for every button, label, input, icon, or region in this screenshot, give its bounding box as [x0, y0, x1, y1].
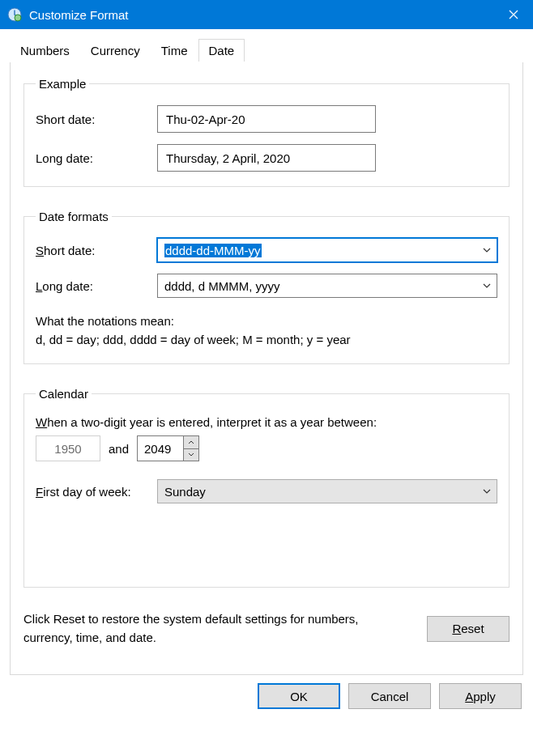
tab-date[interactable]: Date	[198, 39, 245, 62]
label-and: and	[109, 442, 129, 456]
group-example-legend: Example	[36, 77, 89, 91]
group-example: Example Short date: Thu-02-Apr-20 Long d…	[23, 77, 510, 187]
reset-button[interactable]: Reset	[427, 616, 510, 642]
label-example-short: Short date:	[36, 113, 157, 126]
combo-first-day-of-week[interactable]: Sunday	[157, 479, 497, 503]
tab-numbers[interactable]: Numbers	[10, 39, 80, 62]
reset-description: Click Reset to restore the system defaul…	[23, 610, 411, 647]
chevron-down-icon[interactable]	[478, 480, 496, 503]
tab-strip: Numbers Currency Time Date	[10, 39, 523, 62]
chevron-down-icon	[188, 452, 194, 457]
tab-panel-date: Example Short date: Thu-02-Apr-20 Long d…	[10, 62, 523, 675]
label-long-date-format: Long date:	[36, 279, 157, 293]
combo-short-date-format[interactable]: dddd-dd-MMM-yy	[157, 238, 497, 262]
group-calendar: Calendar When a two-digit year is entere…	[23, 387, 510, 588]
group-date-formats-legend: Date formats	[36, 210, 112, 223]
label-short-date-format: Short date:	[36, 244, 157, 257]
spinner-up-button[interactable]	[184, 436, 198, 448]
tab-time[interactable]: Time	[151, 39, 198, 62]
chevron-down-icon[interactable]	[478, 239, 496, 261]
cancel-button[interactable]: Cancel	[348, 683, 431, 709]
combo-long-date-format[interactable]: dddd, d MMMM, yyyy	[157, 274, 497, 298]
chevron-down-icon[interactable]	[478, 274, 496, 297]
combo-first-day-value: Sunday	[164, 485, 206, 499]
notation-heading: What the notations mean:	[36, 312, 497, 331]
spinner-down-button[interactable]	[184, 448, 198, 461]
close-icon	[509, 10, 518, 19]
notation-body: d, dd = day; ddd, dddd = day of week; M …	[36, 331, 497, 350]
title-bar: Customize Format	[0, 0, 533, 29]
chevron-up-icon	[188, 440, 194, 444]
label-example-long: Long date:	[36, 151, 157, 165]
two-digit-year-sentence: When a two-digit year is entered, interp…	[36, 415, 497, 429]
close-button[interactable]	[494, 0, 533, 29]
notation-help: What the notations mean: d, dd = day; dd…	[36, 312, 497, 349]
app-icon	[6, 6, 23, 23]
apply-button[interactable]: Apply	[439, 683, 522, 709]
reset-area: Click Reset to restore the system defaul…	[23, 610, 510, 647]
year-to-input[interactable]	[138, 436, 183, 461]
label-first-day-of-week: First day of week:	[36, 485, 157, 499]
dialog-action-bar: OK Cancel Apply	[0, 675, 533, 720]
group-date-formats: Date formats Short date: dddd-dd-MMM-yy …	[23, 210, 510, 364]
svg-point-1	[15, 15, 21, 21]
combo-short-date-value: dddd-dd-MMM-yy	[164, 244, 262, 257]
window-title: Customize Format	[29, 8, 494, 22]
value-example-short: Thu-02-Apr-20	[157, 105, 376, 133]
value-example-long: Thursday, 2 April, 2020	[157, 144, 376, 172]
year-from-display: 1950	[36, 435, 100, 461]
year-to-spinner[interactable]	[137, 435, 199, 461]
ok-button[interactable]: OK	[258, 683, 340, 709]
tab-currency[interactable]: Currency	[80, 39, 151, 62]
combo-long-date-value: dddd, d MMMM, yyyy	[164, 279, 280, 293]
group-calendar-legend: Calendar	[36, 387, 92, 401]
